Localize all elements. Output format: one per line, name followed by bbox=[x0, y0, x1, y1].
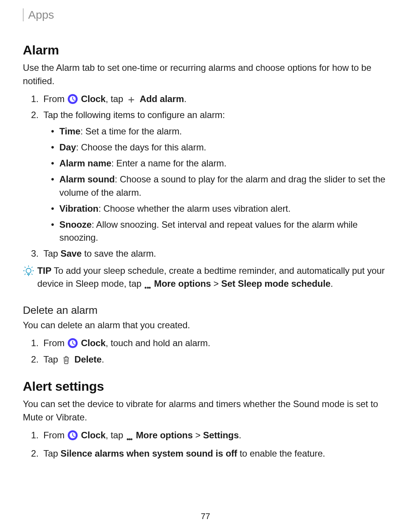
text: to enable the feature. bbox=[237, 448, 325, 459]
text: to save the alarm. bbox=[82, 248, 156, 259]
text: , tap bbox=[106, 430, 126, 440]
text: : Allow snoozing. Set interval and repea… bbox=[59, 219, 358, 243]
text: From bbox=[43, 338, 67, 348]
clock-label: Clock bbox=[81, 338, 106, 348]
tip-label: TIP bbox=[37, 265, 51, 276]
delete-label: Delete bbox=[75, 354, 102, 364]
text: . bbox=[184, 94, 186, 104]
delete-step-1: From Clock, touch and hold an alarm. bbox=[41, 337, 388, 350]
more-options-label: More options bbox=[136, 430, 193, 440]
text: : Set a time for the alarm. bbox=[80, 126, 182, 136]
delete-step-2: Tap Delete. bbox=[41, 353, 388, 366]
tip-text: TIP To add your sleep schedule, create a… bbox=[37, 264, 388, 293]
list-item: Vibration: Choose whether the alarm uses… bbox=[59, 202, 388, 215]
text: : Choose the days for this alarm. bbox=[76, 142, 206, 152]
alert-step-2: Tap Silence alarms when system sound is … bbox=[41, 447, 388, 460]
list-item: Time: Set a time for the alarm. bbox=[59, 125, 388, 138]
opt-time: Time bbox=[59, 126, 80, 136]
tip-block: TIP To add your sleep schedule, create a… bbox=[23, 264, 388, 293]
clock-icon bbox=[68, 430, 78, 440]
svg-point-0 bbox=[26, 268, 31, 273]
settings-label: Settings bbox=[203, 430, 239, 440]
text: : Enter a name for the alarm. bbox=[111, 158, 226, 168]
text: > bbox=[193, 430, 203, 440]
alert-intro: You can set the device to vibrate for al… bbox=[23, 398, 388, 424]
breadcrumb: Apps bbox=[23, 8, 388, 21]
clock-icon bbox=[68, 338, 78, 348]
alarm-steps: From Clock, tap Add alarm. Tap the follo… bbox=[23, 93, 388, 260]
clock-icon bbox=[68, 94, 78, 104]
alert-settings-heading: Alert settings bbox=[23, 379, 388, 394]
alert-step-1: From Clock, tap More options > Settings. bbox=[41, 429, 388, 444]
alert-steps: From Clock, tap More options > Settings.… bbox=[23, 429, 388, 460]
more-options-label: More options bbox=[154, 278, 211, 289]
text: Tap bbox=[43, 354, 61, 364]
text: Tap bbox=[43, 248, 61, 259]
text: , touch and hold an alarm. bbox=[106, 338, 210, 348]
alarm-intro: Use the Alarm tab to set one-time or rec… bbox=[23, 61, 388, 88]
save-label: Save bbox=[61, 248, 82, 259]
alarm-options: Time: Set a time for the alarm. Day: Cho… bbox=[43, 125, 388, 244]
text: Tap bbox=[43, 448, 61, 459]
alarm-step-3: Tap Save to save the alarm. bbox=[41, 247, 388, 260]
clock-label: Clock bbox=[81, 94, 106, 104]
text: : Choose whether the alarm uses vibratio… bbox=[99, 203, 291, 214]
more-options-icon bbox=[126, 434, 132, 444]
page-number: 77 bbox=[0, 511, 411, 521]
opt-day: Day bbox=[59, 142, 76, 152]
text: . bbox=[102, 354, 104, 364]
lightbulb-icon bbox=[23, 265, 34, 293]
silence-alarms-label: Silence alarms when system sound is off bbox=[61, 448, 237, 459]
opt-sound: Alarm sound bbox=[59, 174, 115, 184]
breadcrumb-label: Apps bbox=[28, 8, 54, 21]
delete-steps: From Clock, touch and hold an alarm. Tap… bbox=[23, 337, 388, 366]
opt-name: Alarm name bbox=[59, 158, 111, 168]
alarm-step-1: From Clock, tap Add alarm. bbox=[41, 93, 388, 106]
delete-intro: You can delete an alarm that you created… bbox=[23, 319, 388, 332]
add-alarm-label: Add alarm bbox=[140, 94, 184, 104]
text: . bbox=[239, 430, 241, 440]
list-item: Day: Choose the days for this alarm. bbox=[59, 141, 388, 154]
text: From bbox=[43, 430, 67, 440]
list-item: Alarm name: Enter a name for the alarm. bbox=[59, 157, 388, 170]
text: . bbox=[331, 278, 333, 289]
text: , tap bbox=[106, 94, 126, 104]
list-item: Alarm sound: Choose a sound to play for … bbox=[59, 173, 388, 199]
trash-icon bbox=[61, 355, 71, 365]
text: From bbox=[43, 94, 67, 104]
text: > bbox=[211, 278, 221, 289]
plus-icon bbox=[126, 95, 136, 105]
sleep-schedule-label: Set Sleep mode schedule bbox=[221, 278, 330, 289]
opt-snooze: Snooze bbox=[59, 219, 92, 230]
delete-alarm-heading: Delete an alarm bbox=[23, 304, 388, 316]
alarm-step-2: Tap the following items to configure an … bbox=[41, 109, 388, 244]
alarm-heading: Alarm bbox=[23, 43, 388, 58]
text: Tap the following items to configure an … bbox=[43, 110, 225, 120]
list-item: Snooze: Allow snoozing. Set interval and… bbox=[59, 218, 388, 244]
clock-label: Clock bbox=[81, 430, 106, 440]
more-options-icon bbox=[145, 283, 151, 293]
opt-vibration: Vibration bbox=[59, 203, 99, 214]
